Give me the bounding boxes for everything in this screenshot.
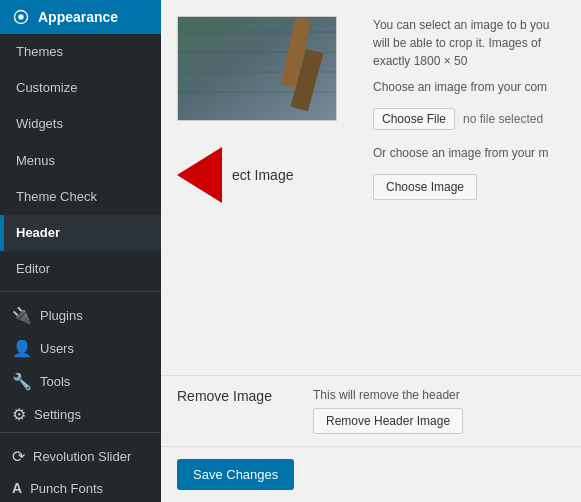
tools-label: Tools: [40, 374, 70, 389]
remove-description: This will remove the header: [313, 388, 463, 402]
sidebar-item-users[interactable]: 👤 Users: [0, 329, 161, 362]
users-icon: 👤: [12, 339, 32, 358]
punch-fonts-label: Punch Fonts: [30, 481, 103, 496]
sidebar-item-tools[interactable]: 🔧 Tools: [0, 362, 161, 395]
remove-section: Remove Image This will remove the header…: [161, 375, 581, 446]
header-section: ect Image You can select an image to b y…: [161, 0, 581, 375]
appearance-icon: [12, 8, 30, 26]
select-image-label: ect Image: [232, 167, 293, 183]
remove-header-image-button[interactable]: Remove Header Image: [313, 408, 463, 434]
choose-computer-label: Choose an image from your com: [373, 80, 569, 94]
sidebar-item-revolution-slider[interactable]: ⟳ Revolution Slider: [0, 437, 161, 470]
theme-check-label: Theme Check: [16, 188, 97, 206]
save-section: Save Changes: [161, 446, 581, 502]
header-image-preview: [177, 16, 337, 121]
users-label: Users: [40, 341, 74, 356]
punch-fonts-icon: A: [12, 480, 22, 496]
revolution-slider-label: Revolution Slider: [33, 449, 131, 464]
image-description: You can select an image to b you will be…: [373, 16, 569, 70]
left-panel: ect Image: [161, 0, 361, 375]
sidebar-item-plugins[interactable]: 🔌 Plugins: [0, 296, 161, 329]
remove-right: This will remove the header Remove Heade…: [313, 388, 463, 434]
sidebar-item-customize[interactable]: Customize: [0, 70, 161, 106]
no-file-text: no file selected: [463, 112, 543, 126]
settings-label: Settings: [34, 407, 81, 422]
plugins-label: Plugins: [40, 308, 83, 323]
menus-label: Menus: [16, 152, 55, 170]
sidebar-item-widgets[interactable]: Widgets: [0, 106, 161, 142]
header-label: Header: [16, 224, 60, 242]
divider-1: [0, 291, 161, 292]
main-content: ect Image You can select an image to b y…: [161, 0, 581, 502]
sidebar-item-punch-fonts[interactable]: A Punch Fonts: [0, 470, 161, 500]
sidebar-item-header[interactable]: Header: [0, 215, 161, 251]
revolution-slider-icon: ⟳: [12, 447, 25, 466]
themes-label: Themes: [16, 43, 63, 61]
arrow-container: ect Image: [177, 147, 345, 203]
svg-point-0: [18, 14, 23, 19]
tools-icon: 🔧: [12, 372, 32, 391]
content-area: ect Image You can select an image to b y…: [161, 0, 581, 502]
remove-image-label: Remove Image: [177, 388, 297, 404]
sidebar-item-menus[interactable]: Menus: [0, 143, 161, 179]
choose-image-button[interactable]: Choose Image: [373, 174, 477, 200]
sidebar-item-theme-check[interactable]: Theme Check: [0, 179, 161, 215]
sidebar-item-themes[interactable]: Themes: [0, 34, 161, 70]
save-changes-button[interactable]: Save Changes: [177, 459, 294, 490]
file-input-row: Choose File no file selected: [373, 108, 569, 130]
red-arrow-icon: [177, 147, 222, 203]
divider-2: [0, 432, 161, 433]
right-panel: You can select an image to b you will be…: [361, 0, 581, 375]
plugins-icon: 🔌: [12, 306, 32, 325]
sidebar-header[interactable]: Appearance: [0, 0, 161, 34]
preview-image-svg: [178, 17, 337, 121]
sidebar: Appearance Themes Customize Widgets Menu…: [0, 0, 161, 502]
sidebar-item-settings[interactable]: ⚙ Settings: [0, 395, 161, 428]
choose-file-button[interactable]: Choose File: [373, 108, 455, 130]
choose-media-label: Or choose an image from your m: [373, 146, 569, 160]
editor-label: Editor: [16, 260, 50, 278]
svg-rect-1: [178, 17, 337, 121]
customize-label: Customize: [16, 79, 77, 97]
sidebar-item-editor[interactable]: Editor: [0, 251, 161, 287]
sidebar-nav: Themes Customize Widgets Menus Theme Che…: [0, 34, 161, 502]
widgets-label: Widgets: [16, 115, 63, 133]
settings-icon: ⚙: [12, 405, 26, 424]
sidebar-title: Appearance: [38, 9, 118, 25]
